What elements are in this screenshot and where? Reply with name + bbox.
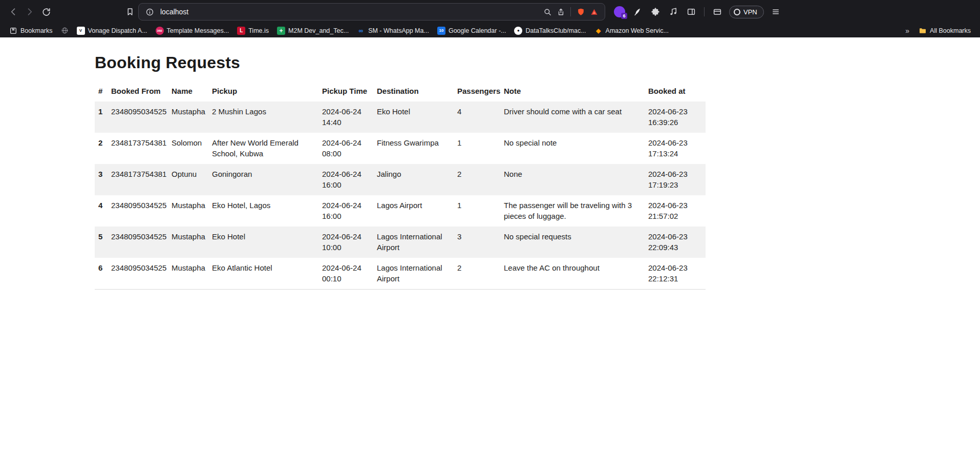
- bookmarks-menu-label: Bookmarks: [20, 27, 53, 34]
- cell-name: Mustapha: [172, 227, 212, 258]
- wallet-icon[interactable]: [709, 4, 726, 20]
- vpn-label: VPN: [743, 8, 757, 16]
- brave-rewards-icon[interactable]: [587, 5, 601, 18]
- share-icon[interactable]: [554, 5, 567, 18]
- cell-note: The passenger will be traveling with 3 p…: [504, 195, 648, 227]
- bookmark-label: Time.is: [248, 27, 269, 34]
- cell-pickup-time: 2024-06-24 00:10: [322, 258, 377, 290]
- bookmark-page-icon[interactable]: [122, 4, 138, 20]
- bookmark-label: DataTalksClub/mac...: [525, 27, 586, 34]
- extensions-puzzle-icon[interactable]: [647, 4, 664, 20]
- bookmark-item[interactable]: 10 Google Calendar -...: [433, 25, 510, 36]
- cell-passengers: 3: [457, 227, 504, 258]
- menu-button[interactable]: [768, 4, 784, 20]
- cell-passengers: 4: [457, 101, 504, 133]
- cell-pickup-time: 2024-06-24 10:00: [322, 227, 377, 258]
- table-row: 1 2348095034525 Mustapha 2 Mushin Lagos …: [95, 101, 706, 133]
- col-header-num: #: [95, 84, 111, 101]
- bookmark-label: SM - WhatsApp Ma...: [368, 27, 429, 34]
- cell-destination: Eko Hotel: [377, 101, 457, 133]
- bookmark-item[interactable]: ● DataTalksClub/mac...: [510, 25, 590, 36]
- back-button[interactable]: [5, 4, 22, 20]
- cell-passengers: 2: [457, 164, 504, 195]
- cell-booked-at: 2024-06-23 17:19:23: [648, 164, 706, 195]
- media-music-icon[interactable]: [665, 4, 681, 20]
- cell-note: No special note: [504, 133, 648, 164]
- extension-6-icon[interactable]: 6: [611, 4, 628, 20]
- cell-passengers: 2: [457, 258, 504, 290]
- cell-passengers: 1: [457, 133, 504, 164]
- cell-pickup: After New World Emerald School, Kubwa: [212, 133, 322, 164]
- vpn-button[interactable]: VPN: [729, 6, 764, 18]
- cell-destination: Jalingo: [377, 164, 457, 195]
- cell-destination: Lagos Airport: [377, 195, 457, 227]
- browser-chrome: localhost 6: [0, 0, 980, 37]
- cell-pickup-time: 2024-06-24 14:40: [322, 101, 377, 133]
- bookmark-favicon: ◆: [594, 27, 603, 35]
- globe-icon: [61, 27, 69, 34]
- cell-name: Mustapha: [172, 101, 212, 133]
- col-header-booked-at: Booked at: [648, 84, 706, 101]
- cell-note: None: [504, 164, 648, 195]
- table-row: 3 2348173754381 Optunu Goningoran 2024-0…: [95, 164, 706, 195]
- cell-booked-from: 2348095034525: [111, 227, 172, 258]
- bookmark-item[interactable]: ◆ Amazon Web Servic...: [590, 25, 673, 36]
- browser-toolbar: localhost 6: [0, 0, 980, 24]
- urlbar-divider: [570, 7, 571, 16]
- search-icon[interactable]: [541, 5, 554, 18]
- cell-passengers: 1: [457, 195, 504, 227]
- cell-booked-from: 2348095034525: [111, 195, 172, 227]
- col-header-pickup: Pickup: [212, 84, 322, 101]
- bookmark-label: Vonage Dispatch A...: [88, 27, 147, 34]
- sidebar-toggle-icon[interactable]: [683, 4, 699, 20]
- cell-booked-at: 2024-06-23 17:13:24: [648, 133, 706, 164]
- folder-icon: [919, 27, 927, 35]
- bookmark-item[interactable]: L Time.is: [233, 25, 273, 36]
- quill-extension-icon[interactable]: [629, 4, 646, 20]
- cell-booked-from: 2348173754381: [111, 133, 172, 164]
- cell-note: Leave the AC on throughout: [504, 258, 648, 290]
- cell-booked-from: 2348095034525: [111, 101, 172, 133]
- bookmarks-overflow-button[interactable]: »: [900, 27, 914, 35]
- reload-button[interactable]: [38, 4, 54, 20]
- bookmark-item[interactable]: ∞ SM - WhatsApp Ma...: [353, 25, 433, 36]
- cell-pickup-time: 2024-06-24 16:00: [322, 195, 377, 227]
- col-header-destination: Destination: [377, 84, 457, 101]
- cell-num: 1: [95, 101, 111, 133]
- cell-pickup: Goningoran: [212, 164, 322, 195]
- cell-pickup: Eko Hotel, Lagos: [212, 195, 322, 227]
- bookmark-item-globe[interactable]: [57, 25, 73, 36]
- table-row: 6 2348095034525 Mustapha Eko Atlantic Ho…: [95, 258, 706, 290]
- address-bar[interactable]: localhost: [138, 3, 605, 21]
- cell-pickup-time: 2024-06-24 16:00: [322, 164, 377, 195]
- cell-booked-from: 2348095034525: [111, 258, 172, 290]
- cell-num: 4: [95, 195, 111, 227]
- bookmark-item[interactable]: + M2M Dev_and_Tec...: [273, 25, 353, 36]
- bookmark-favicon: ∞: [357, 27, 365, 35]
- table-header-row: # Booked From Name Pickup Pickup Time De…: [95, 84, 706, 101]
- cell-name: Optunu: [172, 164, 212, 195]
- cell-num: 5: [95, 227, 111, 258]
- toolbar-right-cluster: 6 VPN: [611, 4, 784, 20]
- col-header-booked-from: Booked From: [111, 84, 172, 101]
- bookmark-label: Template Messages...: [167, 27, 229, 34]
- bookmark-item[interactable]: V Vonage Dispatch A...: [73, 25, 152, 36]
- bookmark-item[interactable]: 360 Template Messages...: [152, 25, 233, 36]
- bookmark-label: Google Calendar -...: [449, 27, 506, 34]
- bookmarks-bar: Bookmarks V Vonage Dispatch A... 360 Tem…: [0, 24, 980, 37]
- all-bookmarks-button[interactable]: All Bookmarks: [914, 25, 975, 36]
- cell-note: No special requests: [504, 227, 648, 258]
- cell-booked-at: 2024-06-23 22:09:43: [648, 227, 706, 258]
- bookmark-favicon: ●: [514, 27, 522, 35]
- bookmarks-menu-button[interactable]: Bookmarks: [5, 25, 57, 36]
- bookmark-label: M2M Dev_and_Tec...: [288, 27, 349, 34]
- cell-num: 6: [95, 258, 111, 290]
- col-header-note: Note: [504, 84, 648, 101]
- bookmark-favicon: L: [237, 27, 245, 35]
- col-header-name: Name: [172, 84, 212, 101]
- site-info-icon[interactable]: [143, 5, 156, 18]
- brave-shield-icon[interactable]: [574, 5, 587, 18]
- cell-num: 3: [95, 164, 111, 195]
- forward-button[interactable]: [22, 4, 38, 20]
- cell-name: Mustapha: [172, 195, 212, 227]
